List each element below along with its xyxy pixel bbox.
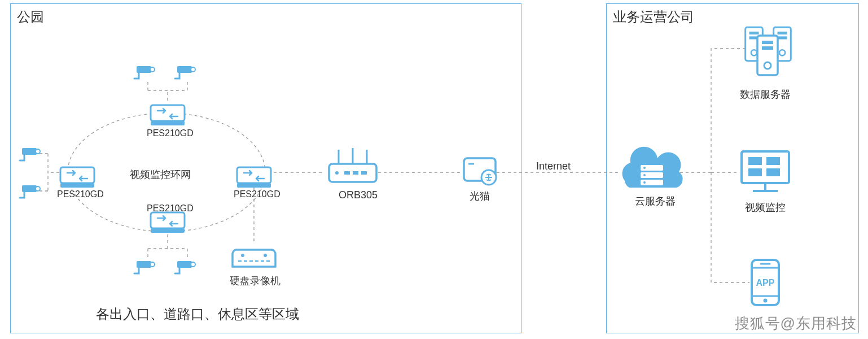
ring-network-label: 视频监控环网 bbox=[130, 168, 191, 181]
modem-label: 光猫 bbox=[470, 189, 490, 203]
switch-right-label: PES210GD bbox=[234, 189, 280, 199]
right-panel-title: 业务运营公司 bbox=[613, 8, 694, 26]
switch-left-label: PES210GD bbox=[57, 189, 104, 199]
switch-top-label: PES210GD bbox=[147, 128, 194, 138]
watermark-text: 搜狐号@东用科技 bbox=[735, 314, 857, 333]
router-label: ORB305 bbox=[339, 189, 378, 201]
video-monitor-label: 视频监控 bbox=[745, 201, 786, 214]
nvr-label: 硬盘录像机 bbox=[230, 274, 280, 288]
internet-label: Internet bbox=[536, 160, 571, 172]
left-panel-footer: 各出入口、道路口、休息区等区域 bbox=[96, 305, 299, 323]
cloud-label: 云服务器 bbox=[635, 194, 676, 208]
data-server-label: 数据服务器 bbox=[740, 88, 791, 101]
right-panel bbox=[606, 3, 859, 333]
left-panel-title: 公园 bbox=[17, 8, 44, 26]
switch-bottom-label: PES210GD bbox=[147, 203, 194, 214]
